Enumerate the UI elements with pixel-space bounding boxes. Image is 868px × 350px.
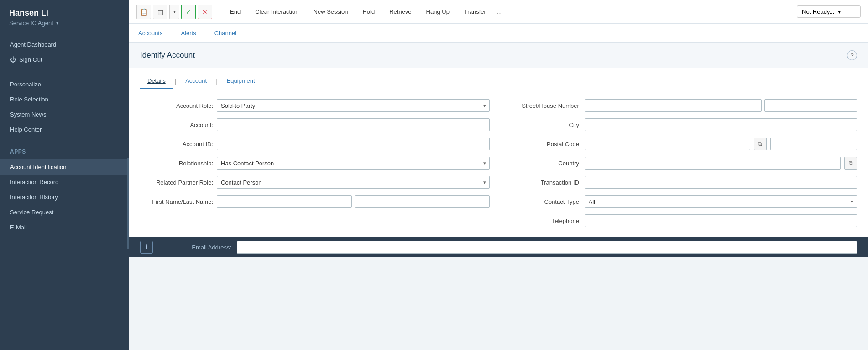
telephone-label: Telephone: [508, 217, 581, 224]
sidebar-item-account-identification[interactable]: Account Identification [0, 159, 129, 175]
sidebar-item-help-center[interactable]: Help Center [0, 122, 129, 137]
identify-account-section: Identify Account ? Details | Account | E… [129, 43, 868, 257]
sidebar-item-interaction-record[interactable]: Interaction Record [0, 175, 129, 190]
account-label: Account: [140, 122, 213, 128]
transfer-button[interactable]: Transfer [458, 5, 492, 18]
page-body: Identify Account ? Details | Account | E… [129, 43, 868, 350]
last-name-input[interactable] [355, 195, 490, 208]
user-role-label: Service IC Agent [9, 20, 53, 27]
sidebar-item-system-news[interactable]: System News [0, 107, 129, 122]
apps-section-label: Apps [0, 142, 129, 158]
copy-icon: ⧉ [758, 141, 762, 147]
street-house-row: Street/House Number: [508, 98, 858, 113]
relationship-select[interactable]: Has Contact Person [217, 157, 490, 170]
sidebar-item-e-mail[interactable]: E-Mail [0, 220, 129, 235]
postal-code-label: Postal Code: [508, 141, 581, 148]
user-role-dropdown[interactable]: Service IC Agent ▾ [9, 20, 120, 27]
tab-separator-1: | [173, 78, 178, 85]
sidebar-item-agent-dashboard[interactable]: Agent Dashboard [0, 37, 129, 52]
postal-code-extra-input[interactable] [770, 138, 858, 150]
clear-interaction-button[interactable]: Clear Interaction [249, 5, 305, 18]
toolbar: 📋 ▦ ▾ ✓ ✕ End Clear Interaction New Sess… [129, 0, 868, 24]
account-role-label: Account Role: [140, 102, 213, 109]
sidebar-secondary-nav: Personalize Role Selection System News H… [0, 72, 129, 142]
hang-up-button[interactable]: Hang Up [420, 5, 456, 18]
grid-button[interactable]: ▦ [153, 5, 167, 19]
status-dropdown[interactable]: Not Ready... ▾ [797, 5, 861, 18]
country-label: Country: [508, 160, 581, 167]
house-input[interactable] [764, 99, 857, 112]
cancel-button[interactable]: ✕ [198, 5, 212, 19]
city-label: City: [508, 122, 581, 128]
contact-type-label: Contact Type: [508, 198, 581, 205]
telephone-input[interactable] [585, 214, 858, 227]
grid-chevron-button[interactable]: ▾ [169, 5, 179, 19]
name-input-pair [217, 195, 490, 208]
first-name-input[interactable] [217, 195, 352, 208]
tab-details[interactable]: Details [140, 74, 173, 89]
tab-separator-2: | [214, 78, 219, 85]
main-content: 📋 ▦ ▾ ✓ ✕ End Clear Interaction New Sess… [129, 0, 868, 350]
account-role-row: Account Role: Sold-to Party ▾ [140, 98, 490, 113]
sidebar: Hansen Li Service IC Agent ▾ Agent Dashb… [0, 0, 129, 350]
confirm-button[interactable]: ✓ [181, 5, 196, 19]
tab-account[interactable]: Account [178, 74, 214, 89]
sidebar-user-section: Hansen Li Service IC Agent ▾ [0, 0, 129, 32]
info-button[interactable]: ℹ [140, 241, 153, 254]
postal-code-input[interactable] [585, 138, 750, 150]
country-copy-icon: ⧉ [849, 160, 853, 166]
country-copy-button[interactable]: ⧉ [844, 157, 857, 170]
new-session-button[interactable]: New Session [307, 5, 355, 18]
power-icon: ⏻ [10, 56, 16, 63]
help-icon[interactable]: ? [847, 50, 857, 60]
nav-tab-accounts[interactable]: Accounts [138, 24, 162, 42]
city-input[interactable] [585, 118, 858, 131]
postal-copy-button[interactable]: ⧉ [754, 138, 767, 150]
sidebar-item-personalize[interactable]: Personalize [0, 77, 129, 92]
clipboard-button[interactable]: 📋 [136, 5, 151, 19]
postal-code-row: Postal Code: ⧉ [508, 137, 858, 151]
contact-type-select[interactable]: All [585, 195, 858, 208]
street-input[interactable] [585, 99, 762, 112]
account-role-select[interactable]: Sold-to Party [217, 99, 490, 112]
nav-tabs-bar: Accounts Alerts Channel [129, 24, 868, 43]
status-label: Not Ready... [802, 8, 834, 15]
nav-tab-channel[interactable]: Channel [214, 24, 236, 42]
tab-equipment[interactable]: Equipment [220, 74, 262, 89]
identify-account-header: Identify Account ? [129, 43, 868, 68]
sidebar-item-service-request[interactable]: Service Request [0, 205, 129, 220]
status-chevron-icon: ▾ [838, 8, 841, 15]
contact-type-row: Contact Type: All ▾ [508, 194, 858, 209]
email-input[interactable] [237, 241, 857, 254]
contact-type-select-wrapper: All ▾ [585, 195, 858, 208]
retrieve-button[interactable]: Retrieve [383, 5, 418, 18]
sidebar-scrollbar[interactable] [127, 158, 129, 249]
country-row: Country: ⧉ [508, 156, 858, 170]
form-right: Street/House Number: City: Postal Code: [508, 98, 858, 228]
chevron-down-icon: ▾ [173, 9, 176, 14]
telephone-row: Telephone: [508, 213, 858, 228]
relationship-label: Relationship: [140, 160, 213, 167]
hold-button[interactable]: Hold [356, 5, 381, 18]
clipboard-icon: 📋 [140, 8, 148, 16]
transaction-id-input[interactable] [585, 176, 858, 189]
toolbar-more-button[interactable]: ... [494, 8, 506, 16]
account-input[interactable] [217, 118, 490, 131]
end-button[interactable]: End [224, 5, 247, 18]
sidebar-item-role-selection[interactable]: Role Selection [0, 92, 129, 107]
sidebar-item-interaction-history[interactable]: Interaction History [0, 190, 129, 205]
user-role-chevron-icon: ▾ [56, 20, 59, 26]
sidebar-item-sign-out[interactable]: ⏻ Sign Out [0, 52, 129, 67]
city-row: City: [508, 117, 858, 132]
first-last-name-row: First Name/Last Name: [140, 194, 490, 209]
form-area: Account Role: Sold-to Party ▾ Account: [129, 89, 868, 237]
relationship-row: Relationship: Has Contact Person ▾ [140, 156, 490, 170]
user-name: Hansen Li [9, 8, 120, 18]
sidebar-main-nav: Agent Dashboard ⏻ Sign Out [0, 32, 129, 72]
account-id-input[interactable] [217, 138, 490, 150]
country-input[interactable] [585, 157, 841, 170]
nav-tab-alerts[interactable]: Alerts [181, 24, 196, 42]
related-partner-role-select[interactable]: Contact Person [217, 176, 490, 189]
first-last-name-label: First Name/Last Name: [140, 198, 213, 205]
sidebar-app-list: Account Identification Interaction Recor… [0, 158, 129, 350]
